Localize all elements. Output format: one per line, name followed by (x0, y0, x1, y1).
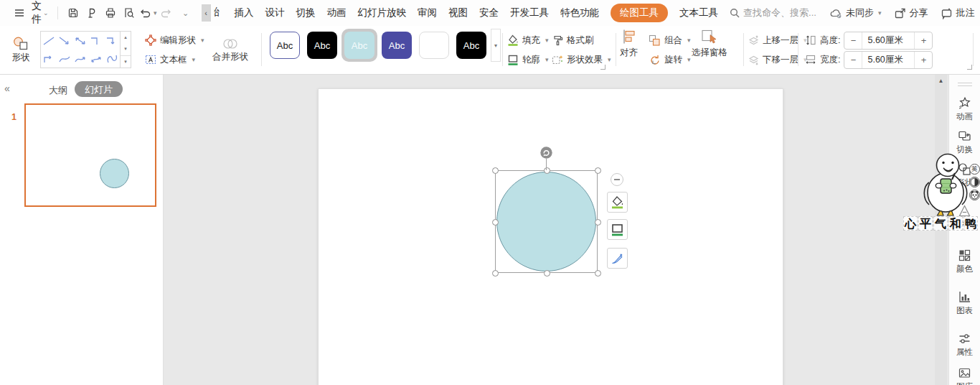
tab-drawing-tools-active[interactable]: 绘图工具 (611, 4, 668, 22)
tab-security[interactable]: 安全 (479, 6, 499, 19)
save-button[interactable] (64, 4, 83, 22)
quickbar-more-button[interactable]: ⌄ (176, 4, 194, 22)
share-button[interactable]: 分享 (894, 6, 928, 19)
resize-handle-w[interactable] (492, 219, 499, 226)
tab-design[interactable]: 设计 (265, 6, 285, 19)
height-increase-button[interactable]: + (915, 35, 932, 46)
quick-style-brush-button[interactable] (607, 248, 628, 269)
command-search[interactable]: 查找命令、搜索... (729, 6, 816, 19)
resize-handle-sw[interactable] (492, 270, 499, 277)
selection-pane-button[interactable]: 选择窗格 (692, 29, 727, 59)
sidebar-drag-handle[interactable] (958, 80, 972, 88)
panel-collapse-button[interactable]: « (4, 83, 10, 94)
gallery-elbow-arrow[interactable] (104, 32, 120, 50)
gallery-expand[interactable]: ▾ (121, 55, 131, 68)
resize-handle-s[interactable] (544, 270, 550, 277)
gallery-freeform[interactable] (104, 50, 120, 68)
print-preview-button[interactable] (120, 4, 138, 22)
tab-review[interactable]: 审阅 (418, 6, 437, 19)
gallery-curve-arrow[interactable] (72, 50, 88, 68)
desktop-pet-duck[interactable] (919, 151, 975, 219)
comment-button[interactable]: 批注 (941, 6, 974, 19)
edge-eye-protection-button[interactable] (969, 177, 980, 187)
tab-animation[interactable]: 动画 (327, 6, 347, 19)
gallery-scroll-up[interactable]: ▴ (121, 32, 131, 43)
resize-handle-ne[interactable] (595, 167, 601, 174)
gallery-double-arrow[interactable] (72, 32, 88, 50)
gallery-curve-double-arrow[interactable] (88, 50, 104, 68)
main-menu-button[interactable] (10, 4, 29, 22)
gallery-scroll-down[interactable]: ▾ (121, 43, 131, 55)
outline-button[interactable]: 轮廓 ▾ (507, 51, 549, 68)
edge-panda-assistant-button[interactable] (969, 190, 980, 200)
file-menu-button[interactable]: 文件 ⌄ (32, 0, 49, 26)
resize-handle-se[interactable] (595, 270, 601, 277)
format-painter-button[interactable]: 格式刷 (552, 32, 594, 49)
tab-transition[interactable]: 切换 (296, 6, 316, 19)
size-group-dialog-launcher[interactable] (967, 65, 972, 70)
style-swatch-1[interactable]: Abc (270, 32, 300, 59)
scroll-up-arrow[interactable]: ▲ (935, 78, 947, 84)
sidebar-item-properties[interactable]: 属性 (949, 332, 980, 358)
edge-translate-button[interactable]: 英 (969, 164, 980, 175)
resize-handle-n[interactable] (544, 167, 550, 174)
tab-slides-active[interactable]: 幻灯片 (75, 81, 123, 97)
height-value[interactable]: 5.60厘米 (862, 32, 915, 49)
style-swatch-3-selected[interactable]: Abc (344, 32, 374, 59)
editing-canvas[interactable]: ▲ (164, 75, 948, 385)
transition-icon (958, 129, 971, 143)
tab-view[interactable]: 视图 (448, 6, 468, 19)
style-swatch-4[interactable]: Abc (382, 32, 412, 59)
gallery-arrow[interactable] (57, 32, 72, 50)
sidebar-item-animation[interactable]: 动画 (949, 96, 980, 122)
sync-status-button[interactable]: 未同步 ▾ (829, 6, 882, 19)
tab-insert[interactable]: 插入 (235, 6, 254, 19)
group-button[interactable]: 组合 ▾ (649, 32, 691, 49)
tab-scroll-left-button[interactable]: ‹ (202, 4, 211, 22)
text-box-button[interactable]: 文本框 ▾ (145, 51, 195, 68)
style-gallery-expand[interactable]: ▾ (491, 29, 501, 62)
tab-special-features[interactable]: 特色功能 (560, 6, 599, 19)
height-decrease-button[interactable]: − (844, 35, 862, 46)
undo-button[interactable]: ▾ (138, 4, 157, 22)
fill-button[interactable]: 填充 ▾ (507, 32, 549, 49)
tab-text-tools[interactable]: 文本工具 (679, 6, 718, 19)
shapes-button[interactable]: 形状 (4, 29, 37, 70)
style-swatch-5[interactable]: Abc (419, 32, 449, 59)
tab-developer-tools[interactable]: 开发工具 (510, 6, 549, 19)
format-painter-label: 格式刷 (567, 34, 594, 47)
rotation-handle[interactable] (540, 147, 552, 159)
style-swatch-6[interactable]: Abc (456, 32, 486, 59)
width-value[interactable]: 5.60厘米 (862, 52, 915, 68)
sidebar-item-chart[interactable]: 图表 (949, 290, 980, 316)
tab-outline[interactable]: 大纲 (49, 84, 67, 97)
quick-fill-button[interactable] (607, 192, 628, 213)
comment-icon (941, 7, 953, 19)
quick-outline-button[interactable] (607, 219, 628, 240)
tab-home-clipped[interactable]: 始 (214, 6, 225, 20)
gallery-curve[interactable] (57, 50, 72, 68)
merge-shapes-button[interactable]: 合并形状 (214, 29, 247, 70)
width-decrease-button[interactable]: − (844, 55, 862, 65)
edit-shape-button[interactable]: 编辑形状 ▾ (145, 32, 204, 49)
gallery-line[interactable] (41, 32, 57, 50)
slide-thumbnail-selected[interactable] (24, 103, 156, 207)
resize-handle-nw[interactable] (492, 167, 499, 174)
rotate-button[interactable]: 旋转 ▾ (649, 51, 691, 68)
gallery-elbow-up-arrow[interactable] (41, 50, 57, 68)
redo-button[interactable] (157, 4, 176, 22)
fill-group-dialog-launcher[interactable] (600, 65, 606, 70)
sidebar-item-color[interactable]: 颜色 (949, 249, 980, 274)
outline-label: 轮廓 (522, 54, 540, 66)
sidebar-item-gallery[interactable]: 图库 (949, 366, 980, 385)
selected-circle-shape[interactable] (496, 172, 596, 272)
tab-slideshow[interactable]: 幻灯片放映 (358, 6, 407, 19)
align-button[interactable]: 对齐 (620, 29, 638, 59)
width-increase-button[interactable]: + (915, 55, 932, 65)
gallery-elbow[interactable] (88, 32, 104, 50)
style-swatch-2[interactable]: Abc (307, 32, 337, 59)
export-pdf-button[interactable] (83, 4, 101, 22)
print-button[interactable] (101, 4, 120, 22)
resize-handle-e[interactable] (595, 219, 601, 226)
selection-collapse-button[interactable] (611, 173, 623, 186)
